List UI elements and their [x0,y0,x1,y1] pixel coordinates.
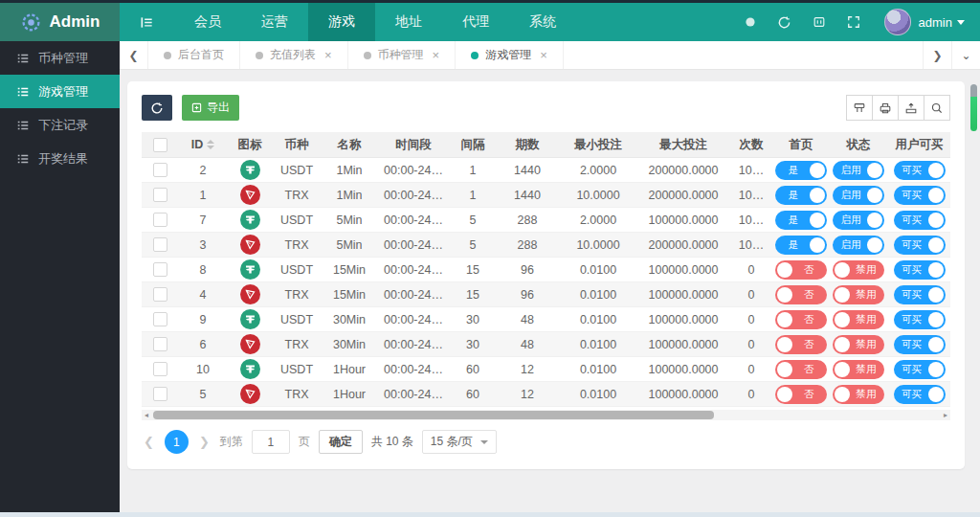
current-page-button[interactable]: 1 [165,430,189,454]
tab-close-icon[interactable]: × [540,48,547,62]
row-checkbox[interactable] [153,362,167,376]
page-number-input[interactable] [252,430,290,454]
horizontal-scrollbar[interactable]: ◂ ▸ [142,410,950,420]
buyable-toggle[interactable]: 可买 [894,260,946,280]
select-all-checkbox[interactable] [153,138,167,152]
tabs-menu-icon[interactable]: ⌄ [951,41,980,69]
nav-menu-item[interactable]: 地址 [375,3,442,41]
buyable-toggle[interactable]: 可买 [894,186,946,205]
fullscreen-icon[interactable] [836,3,871,41]
sidebar-item-label: 下注记录 [38,117,88,134]
refresh-icon[interactable] [768,3,802,41]
main-menu: 会员 运营 游戏 地址 代理 系统 [120,3,576,41]
tab-close-icon[interactable]: × [324,48,332,62]
status-toggle[interactable]: 禁用 [833,335,884,354]
prev-page-icon[interactable]: ❮ [142,435,156,449]
sort-icon[interactable] [207,140,214,149]
home-toggle[interactable]: 是 [775,186,827,205]
nav-menu-item[interactable]: 运营 [241,3,308,41]
columns-icon[interactable] [846,95,873,121]
avatar[interactable] [884,9,911,35]
tab[interactable]: 游戏管理 × [456,41,564,69]
tab[interactable]: 币种管理 × [348,41,457,69]
row-checkbox[interactable] [153,237,167,252]
horizontal-scroll-thumb[interactable] [153,411,714,419]
row-checkbox[interactable] [153,262,167,277]
navbar-right: admin [733,3,980,41]
vertical-scrollbar[interactable] [970,84,977,131]
status-toggle[interactable]: 禁用 [833,360,884,379]
tabs-scroll-right-icon[interactable]: ❯ [923,41,951,69]
home-toggle[interactable]: 否 [775,335,827,354]
row-checkbox[interactable] [153,387,167,401]
cell-periods: 96 [496,263,559,277]
buyable-toggle[interactable]: 可买 [894,310,946,329]
clear-icon[interactable] [802,3,836,41]
next-page-icon[interactable]: ❯ [197,435,212,449]
tabs-scroll-left-icon[interactable]: ❮ [120,41,148,69]
buyable-toggle[interactable]: 可买 [894,360,946,379]
cell-coin: USDT [272,263,322,277]
status-toggle[interactable]: 禁用 [833,260,884,280]
nav-menu-item[interactable] [120,3,174,41]
export-button[interactable]: 导出 [182,95,239,121]
home-toggle[interactable]: 否 [775,260,827,280]
cell-count: 10… [729,189,773,202]
user-menu[interactable]: admin [919,15,970,30]
dot-icon[interactable] [733,3,768,41]
search-icon[interactable] [924,95,950,121]
refresh-table-button[interactable] [142,95,172,121]
col-id[interactable]: ID [178,138,228,151]
col-time: 时间段 [377,137,450,153]
tab-close-icon[interactable]: × [433,48,440,62]
export-print-icon[interactable] [898,95,924,121]
nav-menu-item[interactable]: 代理 [442,3,509,41]
sidebar-item[interactable]: 游戏管理 [0,75,120,108]
home-toggle[interactable]: 是 [775,211,827,230]
home-toggle[interactable]: 否 [775,385,827,404]
home-toggle[interactable]: 是 [775,236,827,255]
buyable-toggle[interactable]: 可买 [894,161,946,180]
home-toggle[interactable]: 否 [775,310,827,329]
home-toggle[interactable]: 否 [775,360,827,379]
cell-interval: 15 [450,263,496,277]
tab[interactable]: 后台首页 [148,41,240,69]
cell-name: 1Min [322,164,377,177]
row-checkbox[interactable] [153,337,167,351]
row-checkbox[interactable] [153,163,167,177]
home-toggle[interactable]: 是 [775,161,827,180]
row-checkbox[interactable] [153,188,167,202]
nav-menu-item[interactable]: 会员 [174,3,241,41]
status-toggle[interactable]: 启用 [833,161,884,180]
status-toggle[interactable]: 启用 [833,211,884,230]
status-toggle[interactable]: 禁用 [833,285,884,304]
row-checkbox[interactable] [153,287,167,302]
buyable-toggle[interactable]: 可买 [894,211,946,230]
page-size-select[interactable]: 15 条/页 [422,430,497,454]
status-toggle[interactable]: 禁用 [833,385,884,404]
buyable-toggle[interactable]: 可买 [894,335,946,354]
nav-menu-item[interactable]: 游戏 [308,3,375,41]
confirm-page-button[interactable]: 确定 [319,430,363,454]
row-checkbox[interactable] [153,213,167,227]
nav-menu-label: 地址 [395,13,422,31]
sidebar-item[interactable]: 开奖结果 [0,142,120,175]
status-toggle[interactable]: 启用 [833,236,884,255]
vertical-scroll-thumb[interactable] [970,97,977,131]
nav-menu-label: 会员 [194,13,221,31]
scroll-right-arrow-icon[interactable]: ▸ [941,410,950,420]
row-checkbox[interactable] [153,312,167,326]
status-toggle[interactable]: 禁用 [833,310,884,329]
status-toggle[interactable]: 启用 [833,186,884,205]
buyable-toggle[interactable]: 可买 [894,285,946,304]
sidebar-item[interactable]: 下注记录 [0,108,120,142]
tab[interactable]: 充值列表 × [240,41,348,69]
scroll-left-arrow-icon[interactable]: ◂ [142,410,151,420]
printer-icon[interactable] [872,95,899,121]
home-toggle[interactable]: 否 [775,285,827,304]
brand[interactable]: Admin [0,3,120,41]
buyable-toggle[interactable]: 可买 [894,385,946,404]
nav-menu-item[interactable]: 系统 [509,3,576,41]
sidebar-item[interactable]: 币种管理 [0,41,120,75]
buyable-toggle[interactable]: 可买 [894,236,946,255]
